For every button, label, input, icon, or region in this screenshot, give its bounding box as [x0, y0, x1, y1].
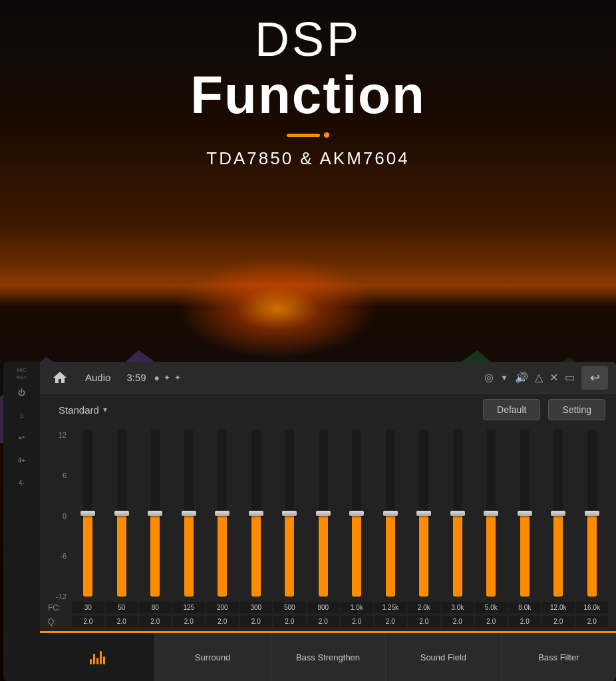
slider-track-3.0k[interactable] — [453, 430, 462, 597]
eq-y-labels: 12 6 0 -6 -12 — [48, 426, 72, 601]
slider-handle-1.25k[interactable] — [383, 511, 398, 516]
q-cell-1.25k[interactable]: 2.0 — [375, 616, 407, 627]
fc-cell-3.0k[interactable]: 3.0k — [442, 602, 474, 613]
q-cell-12.0k[interactable]: 2.0 — [542, 616, 575, 627]
q-cell-125[interactable]: 2.0 — [173, 616, 206, 627]
fc-cell-30[interactable]: 30 — [72, 602, 104, 613]
fc-cell-80[interactable]: 80 — [139, 602, 172, 613]
fc-cell-5.0k[interactable]: 5.0k — [475, 602, 508, 613]
q-cell-300[interactable]: 2.0 — [240, 616, 273, 627]
fc-cell-8.0k[interactable]: 8.0k — [509, 602, 541, 613]
fc-cell-1.25k[interactable]: 1.25k — [375, 602, 407, 613]
eq-channel-3.0k — [442, 426, 474, 601]
back-side-button[interactable]: ↩ — [9, 427, 35, 448]
slider-handle-5.0k[interactable] — [484, 511, 498, 516]
tab-bass-strengthen[interactable]: Bass Strengthen — [271, 633, 386, 681]
fc-cell-300[interactable]: 300 — [240, 602, 273, 613]
home-button[interactable] — [48, 366, 72, 390]
slider-handle-16.0k[interactable] — [585, 511, 599, 516]
slider-handle-200[interactable] — [215, 511, 230, 516]
slider-track-50[interactable] — [117, 430, 126, 597]
mic-label: MIC — [17, 367, 27, 373]
slider-track-5.0k[interactable] — [486, 430, 496, 597]
q-cell-1.0k[interactable]: 2.0 — [341, 616, 373, 627]
slider-handle-30[interactable] — [80, 511, 95, 516]
q-cell-500[interactable]: 2.0 — [273, 616, 306, 627]
q-cell-30[interactable]: 2.0 — [72, 616, 104, 627]
location-icon[interactable]: ◎ — [484, 371, 494, 384]
fc-cell-800[interactable]: 800 — [307, 602, 340, 613]
eq-label-6: 6 — [51, 472, 69, 479]
slider-handle-8.0k[interactable] — [518, 511, 532, 516]
preset-dropdown[interactable]: Standard ▾ — [51, 400, 115, 420]
close-icon[interactable]: ✕ — [549, 371, 558, 384]
slider-handle-2.0k[interactable] — [416, 511, 431, 516]
slider-track-2.0k[interactable] — [419, 430, 428, 597]
setting-button[interactable]: Setting — [548, 399, 605, 420]
q-cell-16.0k[interactable]: 2.0 — [576, 616, 609, 627]
q-cell-8.0k[interactable]: 2.0 — [509, 616, 541, 627]
vol-down-button[interactable]: 4- — [9, 472, 35, 493]
q-cell-80[interactable]: 2.0 — [139, 616, 172, 627]
slider-track-800[interactable] — [319, 430, 328, 597]
tab-surround[interactable]: Surround — [155, 633, 270, 681]
slider-fill-12.0k — [553, 513, 563, 597]
fc-cell-1.0k[interactable]: 1.0k — [341, 602, 373, 613]
slider-track-30[interactable] — [83, 430, 92, 597]
tab-sound-field[interactable]: Sound Field — [386, 633, 501, 681]
fc-cell-2.0k[interactable]: 2.0k — [408, 602, 440, 613]
q-cell-3.0k[interactable]: 2.0 — [442, 616, 474, 627]
slider-handle-500[interactable] — [282, 511, 297, 516]
fc-cell-50[interactable]: 50 — [106, 602, 138, 613]
controls-bar: Standard ▾ Default Setting — [40, 394, 616, 426]
slider-track-125[interactable] — [184, 430, 194, 597]
fc-cell-500[interactable]: 500 — [273, 602, 306, 613]
fc-cell-16.0k[interactable]: 16.0k — [576, 602, 609, 613]
slider-track-500[interactable] — [285, 430, 294, 597]
slider-track-200[interactable] — [218, 430, 227, 597]
eq-icon — [90, 650, 105, 664]
sunset-glow — [178, 259, 377, 358]
q-row: Q: 2.02.02.02.02.02.02.02.02.02.02.02.02… — [40, 614, 616, 631]
eq-channel-12.0k — [542, 426, 575, 601]
power-button[interactable]: ⏻ — [9, 382, 35, 403]
slider-handle-3.0k[interactable] — [450, 511, 465, 516]
slider-track-12.0k[interactable] — [553, 430, 563, 597]
slider-handle-12.0k[interactable] — [551, 511, 565, 516]
tab-eq[interactable] — [40, 633, 155, 681]
bottom-tabs: Surround Bass Strengthen Sound Field Bas… — [40, 633, 616, 681]
vol-up-button[interactable]: 4+ — [9, 450, 35, 471]
slider-track-1.25k[interactable] — [386, 430, 395, 597]
window-icon[interactable]: ▭ — [565, 371, 575, 384]
q-cell-50[interactable]: 2.0 — [106, 616, 138, 627]
slider-track-1.0k[interactable] — [352, 430, 361, 597]
slider-handle-1.0k[interactable] — [349, 511, 364, 516]
fc-cell-12.0k[interactable]: 12.0k — [542, 602, 575, 613]
q-cell-2.0k[interactable]: 2.0 — [408, 616, 440, 627]
home-side-button[interactable]: ⌂ — [9, 404, 35, 426]
slider-track-16.0k[interactable] — [587, 430, 597, 597]
fc-cell-125[interactable]: 125 — [173, 602, 206, 613]
slider-fill-800 — [319, 513, 328, 597]
slider-handle-300[interactable] — [249, 511, 263, 516]
slider-handle-50[interactable] — [114, 511, 129, 516]
slider-handle-125[interactable] — [182, 511, 196, 516]
slider-track-300[interactable] — [251, 430, 261, 597]
orange-dot — [324, 132, 329, 138]
eq-sliders — [72, 426, 608, 601]
slider-handle-80[interactable] — [148, 511, 162, 516]
q-label: Q: — [48, 617, 72, 626]
back-button[interactable]: ↩ — [581, 366, 608, 390]
fc-cell-200[interactable]: 200 — [206, 602, 239, 613]
default-button[interactable]: Default — [483, 399, 540, 420]
eject-icon[interactable]: △ — [535, 371, 543, 384]
q-cell-800[interactable]: 2.0 — [307, 616, 340, 627]
volume-icon[interactable]: 🔊 — [515, 371, 528, 384]
slider-track-8.0k[interactable] — [520, 430, 530, 597]
slider-track-80[interactable] — [150, 430, 160, 597]
q-cell-5.0k[interactable]: 2.0 — [475, 616, 508, 627]
tab-bass-filter-label: Bass Filter — [538, 652, 579, 662]
tab-bass-filter[interactable]: Bass Filter — [502, 633, 616, 681]
q-cell-200[interactable]: 2.0 — [206, 616, 239, 627]
slider-handle-800[interactable] — [316, 511, 331, 516]
